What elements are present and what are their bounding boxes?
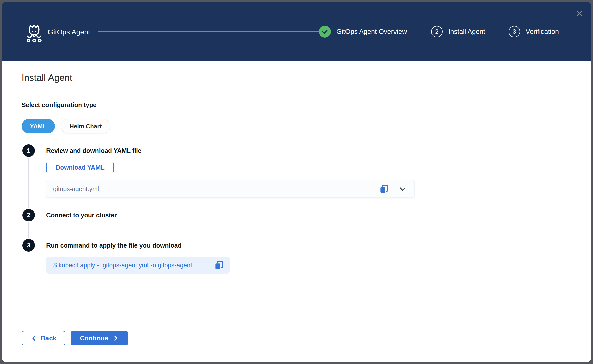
apply-command-text: $ kubectl apply -f gitops-agent.yml -n g…: [53, 262, 213, 269]
continue-button[interactable]: Continue: [71, 331, 128, 345]
config-type-label: Select configuration type: [22, 101, 97, 109]
config-option-helm-chart[interactable]: Helm Chart: [61, 119, 110, 133]
gitops-agent-wizard-dialog: GitOps Agent GitOps Agent Overview 2 Ins…: [2, 2, 591, 362]
step-connector-line: [28, 158, 29, 208]
wizard-header: GitOps Agent GitOps Agent Overview 2 Ins…: [2, 2, 591, 61]
chevron-right-icon: [112, 335, 119, 341]
step-2-badge: 2: [22, 209, 35, 221]
wizard-step-verification[interactable]: 3 Verification: [509, 25, 559, 38]
back-button-label: Back: [41, 334, 56, 342]
step-number-badge: 2: [431, 26, 443, 37]
close-icon: [575, 9, 584, 18]
copy-yaml-button[interactable]: [378, 183, 390, 195]
yaml-file-accordion[interactable]: gitops-agent.yml: [46, 180, 415, 197]
step-1-badge: 1: [22, 144, 35, 157]
step-3-title: Run command to apply the file you downlo…: [46, 242, 182, 249]
gitops-agent-logo-icon: [24, 24, 44, 44]
chevron-down-icon: [398, 184, 407, 194]
wizard-step-label: Install Agent: [448, 28, 485, 36]
header-divider: [98, 31, 319, 32]
download-yaml-button[interactable]: Download YAML: [46, 162, 114, 173]
step-number-badge: 3: [509, 26, 520, 37]
copy-icon: [214, 260, 224, 270]
wizard-step-label: Verification: [526, 28, 559, 36]
back-button[interactable]: Back: [22, 331, 65, 345]
copy-command-button[interactable]: [213, 259, 225, 271]
wizard-step-install-agent[interactable]: 2 Install Agent: [431, 25, 485, 38]
config-option-yaml[interactable]: YAML: [22, 119, 55, 133]
close-button[interactable]: [574, 8, 585, 19]
wizard-step-label: GitOps Agent Overview: [336, 28, 407, 36]
step-connector-line: [28, 222, 29, 238]
step-2-title: Connect to your cluster: [46, 212, 117, 219]
wizard-step-overview[interactable]: GitOps Agent Overview: [319, 25, 407, 38]
expand-yaml-button[interactable]: [397, 183, 408, 195]
chevron-left-icon: [31, 335, 37, 341]
step-3-badge: 3: [22, 239, 35, 252]
page-title: Install Agent: [22, 73, 72, 83]
apply-command-snippet: $ kubectl apply -f gitops-agent.yml -n g…: [46, 257, 230, 274]
yaml-file-name: gitops-agent.yml: [53, 185, 378, 193]
wizard-title: GitOps Agent: [48, 27, 90, 37]
copy-icon: [379, 184, 389, 194]
continue-button-label: Continue: [80, 334, 108, 342]
step-1-title: Review and download YAML file: [46, 147, 141, 154]
check-circle-icon: [319, 26, 331, 38]
